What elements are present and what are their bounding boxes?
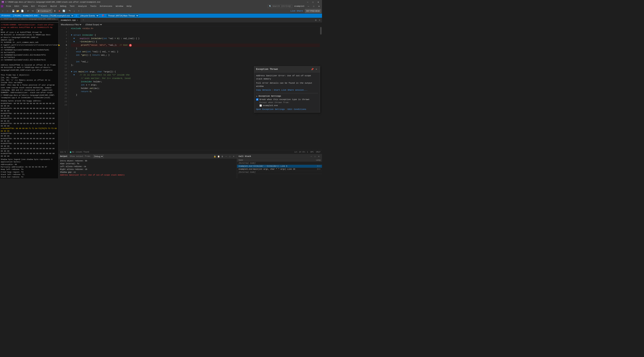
- output-clear-btn[interactable]: 🗑: [221, 154, 224, 158]
- menu-window-controls[interactable]: ─ □ ✕: [306, 5, 321, 8]
- code-line-4: ▼ explicit IntHolder(int *val = 0) : val…: [71, 37, 322, 40]
- terminal-line-15: This frame has 2 object(s):: [1, 74, 58, 76]
- menu-close-button[interactable]: ✕: [317, 5, 321, 8]
- menu-maximize-button[interactable]: □: [312, 5, 316, 8]
- menu-analyze[interactable]: Analyze: [77, 5, 88, 8]
- exception-settings: ▴ Exception Settings Break when this exc…: [256, 93, 318, 110]
- exe-checkbox[interactable]: [260, 104, 262, 107]
- tab-example3-close[interactable]: ✕: [77, 19, 78, 21]
- output-maximize-btn[interactable]: □: [228, 154, 232, 158]
- process-select[interactable]: Process: [76188] example3.exe: [39, 14, 74, 17]
- output-copy-btn[interactable]: 📋: [217, 154, 220, 158]
- tab-split-btn[interactable]: ⊞: [314, 18, 318, 22]
- title-bar-controls[interactable]: ─ □ ✕: [306, 0, 320, 4]
- maximize-button[interactable]: □: [311, 0, 315, 4]
- break-when-checkbox[interactable]: [256, 98, 258, 100]
- output-scroll-lock-btn[interactable]: 🔒: [213, 154, 216, 158]
- stop-btn[interactable]: ■: [57, 9, 61, 13]
- menu-extensions[interactable]: Extensions: [98, 5, 114, 8]
- menu-help[interactable]: Help: [125, 5, 133, 8]
- lifecycle-select[interactable]: Lifecycle Events: [78, 14, 99, 17]
- output-panel: Output Show output from: Debug 🔒 📋 🗑 ─ □…: [58, 154, 237, 178]
- breadcrumb-sep: ›: [83, 24, 84, 26]
- menu-minimize-button[interactable]: ─: [306, 5, 311, 8]
- code-line-9: int *get() { return val_; }: [71, 54, 322, 57]
- terminal-line-8: #2 0x752bfa28 (C:\WINDOWS\System32\KERNE…: [1, 46, 58, 51]
- exception-pin-btn[interactable]: 📌: [310, 68, 314, 71]
- code-line-10: [71, 57, 322, 60]
- step-over-btn[interactable]: ↷: [68, 9, 72, 13]
- code-line-8: void set(int *val) { val_ = val; }: [71, 50, 322, 54]
- menu-search-box[interactable]: 🔍 Search (Ctrl+Q): [268, 5, 292, 8]
- toolbar-open-btn[interactable]: 📂: [16, 9, 20, 13]
- menu-file[interactable]: File: [4, 5, 12, 8]
- breadcrumb-scope-select[interactable]: (Global Scope): [85, 23, 102, 26]
- toolbar-save-btn[interactable]: 💾: [11, 9, 15, 13]
- process-label: Process: [76188] example3.exe: [2, 14, 38, 17]
- line-num-22: 22: [61, 97, 67, 100]
- output-minimize-btn[interactable]: ─: [224, 154, 228, 158]
- toolbar-undo-btn[interactable]: ↩: [26, 9, 30, 13]
- scrollbar-thumb[interactable]: [320, 27, 322, 34]
- copy-details-link[interactable]: Copy Details: [256, 89, 271, 91]
- start-liveshare-link[interactable]: Start Live Share session...: [274, 89, 308, 91]
- line-num-19: 19: [61, 87, 67, 90]
- tab-close-panel-btn[interactable]: ✕: [318, 18, 321, 22]
- close-button[interactable]: ✕: [316, 0, 320, 4]
- output-line-4: Right alloca redzone: cb: [60, 168, 235, 171]
- edit-conditions-link[interactable]: Edit Conditions: [288, 108, 306, 110]
- menu-project[interactable]: Project: [37, 5, 48, 8]
- editor-area: example3.cpp ✕ + ⊞ ✕ Miscellaneous Files…: [58, 18, 322, 154]
- exception-close-btn[interactable]: ✕: [315, 68, 318, 71]
- output-source-select[interactable]: Debug: [93, 154, 104, 158]
- menu-bar: ⚡ File Edit View Git Project Build Debug…: [0, 4, 322, 8]
- callstack-row-1[interactable]: example3.exe!IntHolder::~IntHolder() Lin…: [237, 165, 322, 168]
- menu-test[interactable]: Test: [68, 5, 76, 8]
- callstack-close-btn[interactable]: ✕: [317, 154, 320, 158]
- menu-build[interactable]: Build: [49, 5, 58, 8]
- line-col-info: Ln: 24 Ch: 1: [294, 151, 308, 153]
- output-close-btn[interactable]: ✕: [232, 154, 235, 158]
- step-into-btn[interactable]: ↓: [72, 9, 76, 13]
- terminal-line-6: ample3.cpp:6: [1, 39, 58, 41]
- menu-view[interactable]: View: [21, 5, 29, 8]
- terminal-line-7: #1 0x5859b in _scrt_common_main_seh d:\a…: [1, 41, 58, 46]
- terminal-line-1: ========================================…: [1, 21, 58, 24]
- menu-debug[interactable]: Debug: [58, 5, 68, 8]
- tab-example3-cpp[interactable]: example3.cpp ✕: [58, 18, 80, 22]
- thread-select[interactable]: Thread: [49724] Main Thread: [106, 14, 139, 17]
- terminal-line-20: SUMMARY: AddressSanitizer: stack-use-aft…: [1, 91, 58, 96]
- menu-edit[interactable]: Edit: [13, 5, 21, 8]
- int-preview-btn[interactable]: INT PREVIEW: [305, 9, 321, 13]
- live-share-label[interactable]: Live Share: [290, 10, 303, 12]
- step-out-btn[interactable]: ↑: [77, 9, 81, 13]
- bottom-panels: Output Show output from: Debug 🔒 📋 🗑 ─ □…: [58, 154, 322, 178]
- exe-label[interactable]: example3.exe: [263, 104, 278, 107]
- terminal-line-18: HINT: this may be a false positive if yo…: [1, 84, 58, 89]
- breadcrumb-files-select[interactable]: Miscellaneous Files: [60, 23, 82, 26]
- menu-tools[interactable]: Tools: [89, 5, 98, 8]
- menu-git[interactable]: Git: [30, 5, 36, 8]
- line-numbers: 1 2 3 4 5 6 7 8 9 10 11 12 13 14 15 16 1: [61, 26, 69, 150]
- pause-btn[interactable]: ⏸: [53, 9, 57, 13]
- exception-settings-title[interactable]: ▴ Exception Settings: [256, 95, 318, 97]
- output-title: Output: [60, 155, 68, 158]
- restart-btn[interactable]: 🔄: [62, 9, 66, 13]
- callstack-minimize-btn[interactable]: ─: [310, 154, 313, 158]
- toolbar-redo-btn[interactable]: ↪: [30, 9, 35, 13]
- toolbar-back-btn[interactable]: ←: [1, 9, 5, 13]
- exception-popup-header: Exception Thrown 📌 ✕: [254, 66, 320, 72]
- continue-button[interactable]: ▶ Continue ▾: [36, 9, 52, 13]
- links-divider: |: [272, 89, 273, 91]
- open-exception-settings-link[interactable]: Open Exception Settings: [256, 108, 285, 110]
- lifecycle-label: |: [76, 14, 77, 17]
- minimize-button[interactable]: ─: [306, 0, 310, 4]
- zoom-level[interactable]: 111 %: [60, 151, 66, 153]
- callstack-maximize-btn[interactable]: □: [313, 154, 317, 158]
- thread-separator: 🚩: [102, 14, 105, 17]
- toolbar-new-btn[interactable]: 📄: [20, 9, 24, 13]
- menu-window[interactable]: Window: [114, 5, 125, 8]
- toolbar-forward-btn[interactable]: →: [5, 9, 10, 13]
- break-when-label[interactable]: Break when this exception type is thrown: [260, 98, 309, 100]
- tab-add[interactable]: +: [80, 18, 86, 22]
